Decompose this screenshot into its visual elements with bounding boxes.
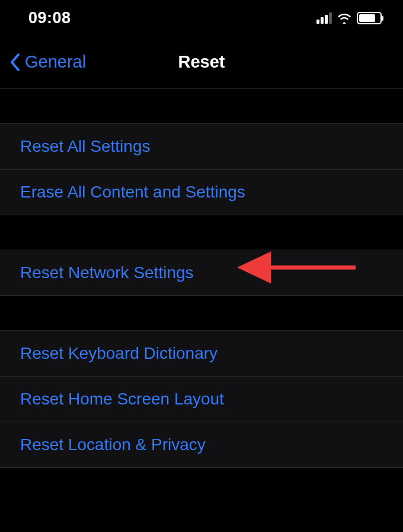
back-button[interactable]: General [0, 52, 86, 72]
status-indicators [316, 12, 382, 24]
navigation-bar: General Reset [0, 36, 403, 89]
reset-location-privacy-row[interactable]: Reset Location & Privacy [0, 422, 403, 467]
section-spacer [0, 296, 403, 330]
reset-keyboard-dictionary-row[interactable]: Reset Keyboard Dictionary [0, 331, 403, 377]
reset-home-screen-layout-row[interactable]: Reset Home Screen Layout [0, 377, 403, 422]
cellular-icon [316, 12, 332, 24]
reset-network-settings-row[interactable]: Reset Network Settings [0, 250, 403, 295]
section-spacer [0, 89, 403, 123]
settings-group-2: Reset Network Settings [0, 250, 403, 296]
wifi-icon [337, 12, 352, 24]
status-time: 09:08 [28, 9, 71, 27]
reset-all-settings-row[interactable]: Reset All Settings [0, 124, 403, 170]
erase-all-content-row[interactable]: Erase All Content and Settings [0, 170, 403, 215]
settings-group-1: Reset All Settings Erase All Content and… [0, 123, 403, 215]
back-label: General [25, 52, 86, 72]
page-title: Reset [178, 52, 225, 72]
status-bar: 09:08 [0, 0, 403, 36]
battery-icon [357, 12, 382, 24]
section-spacer [0, 215, 403, 250]
settings-group-3: Reset Keyboard Dictionary Reset Home Scr… [0, 330, 403, 468]
chevron-left-icon [9, 53, 21, 72]
